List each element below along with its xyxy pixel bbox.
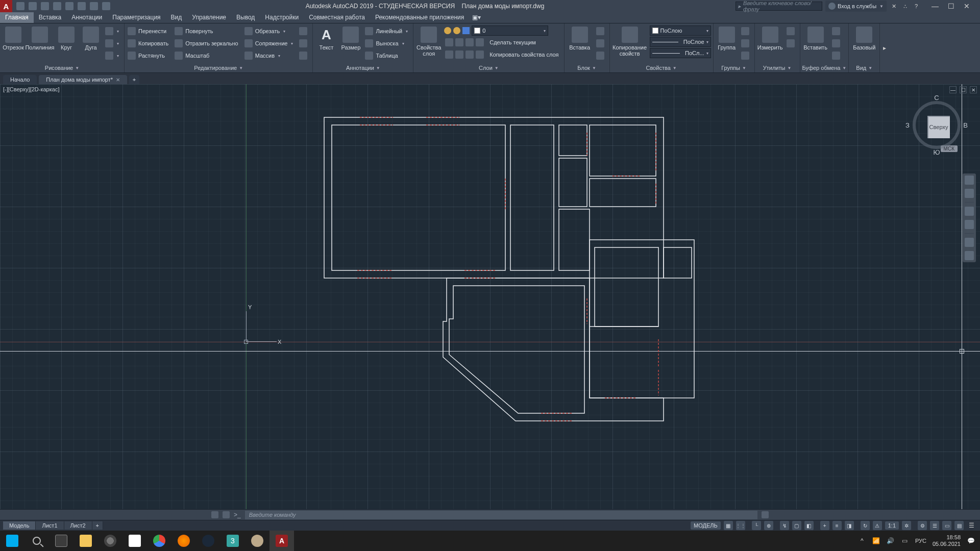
block-extra-3[interactable] [595, 50, 607, 61]
doc-tab-current[interactable]: План дома моды импорт*✕ [39, 75, 127, 84]
status-iso-icon[interactable]: ↯ [780, 521, 789, 530]
table-button[interactable]: Таблица [364, 50, 411, 61]
block-extra-1[interactable] [595, 26, 607, 37]
nav-showmotion-icon[interactable] [965, 238, 974, 247]
modify-extra-1[interactable] [298, 26, 310, 37]
array-button[interactable]: Массив▾ [243, 50, 297, 61]
taskbar-store[interactable] [122, 531, 147, 551]
command-input[interactable]: Введите команду [245, 511, 757, 519]
qat-save-icon[interactable] [41, 2, 49, 10]
qat-undo-icon[interactable] [78, 2, 86, 10]
tray-volume-icon[interactable]: 🔊 [887, 537, 895, 545]
viewcube[interactable]: Сверху С Ю В З [909, 97, 965, 153]
status-osnap-icon[interactable]: ▢ [792, 521, 801, 530]
layout-tab-2[interactable]: Лист2 [64, 521, 92, 530]
linetype-dropdown[interactable]: ПоСл...▾ [650, 48, 711, 58]
stretch-button[interactable]: Растянуть [127, 50, 172, 61]
group-extra-3[interactable] [740, 50, 752, 61]
draw-extra-3[interactable]: ▾ [104, 50, 122, 61]
taskbar-settings[interactable] [98, 531, 122, 551]
draw-extra-2[interactable]: ▾ [104, 38, 122, 49]
layer-state-3-icon[interactable] [462, 27, 470, 34]
group-extra-2[interactable] [740, 38, 752, 49]
doc-tab-start[interactable]: Начало [3, 75, 37, 84]
vp-min-icon[interactable]: — [949, 86, 957, 93]
viewcube-west[interactable]: З [905, 121, 910, 129]
qat-open-icon[interactable] [29, 2, 37, 10]
tab-addins[interactable]: Надстройки [260, 12, 304, 23]
help-search-input[interactable]: ▸ Введите ключевое слово/фразу [736, 2, 822, 11]
taskbar-autocad[interactable]: A [270, 531, 294, 551]
taskbar-app[interactable] [245, 531, 270, 551]
layout-tab-1[interactable]: Лист1 [36, 521, 64, 530]
status-polar-icon[interactable]: ⊕ [764, 521, 773, 530]
help-icon[interactable]: ? [912, 2, 920, 10]
layout-tab-add[interactable]: + [92, 521, 103, 530]
maximize-button[interactable]: ☐ [948, 2, 954, 10]
modify-extra-3[interactable] [298, 50, 310, 61]
layer-state-2-icon[interactable] [453, 27, 460, 34]
qat-redo-icon[interactable] [90, 2, 98, 10]
tray-clock[interactable]: 18:58 05.06.2021 [933, 534, 961, 547]
tab-featured[interactable]: Рекомендованные приложения [370, 12, 469, 23]
tab-expand-icon[interactable]: ▣▾ [469, 12, 484, 23]
fillet-button[interactable]: Сопряжение▾ [243, 38, 297, 49]
cmd-close-icon[interactable] [211, 511, 218, 518]
tab-view[interactable]: Вид [166, 12, 187, 23]
status-cycle-icon[interactable]: ↻ [861, 521, 870, 530]
ribbon-overflow-icon[interactable]: ▸ [879, 23, 889, 72]
linear-button[interactable]: Линейный▾ [364, 26, 411, 37]
status-scale[interactable]: 1:1 [885, 521, 899, 530]
taskbar-3dsmax[interactable]: 3 [220, 531, 245, 551]
tab-manage[interactable]: Управление [187, 12, 231, 23]
close-button[interactable]: ✕ [964, 2, 970, 10]
color-dropdown[interactable]: ПоСлою▾ [650, 26, 711, 36]
rotate-button[interactable]: Повернуть [174, 26, 241, 37]
layer-props-button[interactable]: Свойства слоя [415, 24, 442, 57]
minimize-button[interactable]: — [932, 2, 939, 10]
viewcube-south[interactable]: Ю [933, 148, 940, 156]
nav-wheel-icon[interactable] [965, 176, 974, 185]
group-button[interactable]: Группа [716, 24, 738, 51]
taskbar-explorer[interactable] [74, 531, 98, 551]
paste-button[interactable]: Вставить [802, 24, 829, 51]
group-extra-1[interactable] [740, 26, 752, 37]
vp-max-icon[interactable]: ☐ [960, 86, 967, 93]
clip-extra-1[interactable] [831, 26, 843, 37]
status-custom-icon[interactable]: ☰ [930, 521, 939, 530]
taskbar-firefox[interactable] [172, 531, 196, 551]
match-props-button[interactable]: Копирование свойств [612, 24, 648, 57]
tray-language[interactable]: РУС [915, 538, 926, 544]
tab-collab[interactable]: Совместная работа [304, 12, 370, 23]
measure-button[interactable]: Измерить [757, 24, 783, 51]
cmd-history-icon[interactable] [762, 511, 769, 518]
copy-button[interactable]: Копировать [127, 38, 172, 49]
qat-plot-icon[interactable] [65, 2, 74, 10]
scale-button[interactable]: Масштаб [174, 50, 241, 61]
tab-output[interactable]: Вывод [231, 12, 260, 23]
leader-button[interactable]: Выноска▾ [364, 38, 411, 49]
modify-extra-2[interactable] [298, 38, 310, 49]
status-grid-icon[interactable]: ▦ [724, 521, 733, 530]
clip-extra-2[interactable] [831, 38, 843, 49]
viewcube-east[interactable]: В [963, 121, 968, 129]
status-workspace-icon[interactable]: ⚙ [918, 521, 927, 530]
status-annomonitor-icon[interactable]: ⚠ [873, 521, 882, 530]
status-3dosnap-icon[interactable]: ◧ [804, 521, 814, 530]
tray-chevron-icon[interactable]: ^ [858, 537, 866, 545]
lineweight-dropdown[interactable]: ПоСлое▾ [650, 37, 711, 47]
app-logo-icon[interactable]: A [0, 0, 12, 12]
taskbar-steam[interactable] [196, 531, 220, 551]
layer-dropdown[interactable]: 0 ▾ [472, 26, 548, 36]
status-menu-icon[interactable]: ☰ [967, 521, 976, 530]
draw-extra-1[interactable]: ▾ [104, 26, 122, 37]
block-extra-2[interactable] [595, 38, 607, 49]
layout-tab-model[interactable]: Модель [3, 521, 36, 530]
taskbar-taskview[interactable] [49, 531, 74, 551]
insert-block-button[interactable]: Вставка [567, 24, 593, 51]
taskbar-chrome[interactable] [147, 531, 172, 551]
status-dynamic-icon[interactable]: + [820, 521, 829, 530]
clip-extra-3[interactable] [831, 50, 843, 61]
status-hw-icon[interactable]: ▤ [954, 521, 964, 530]
match-layer-button[interactable]: Копировать свойства слоя [444, 49, 561, 60]
